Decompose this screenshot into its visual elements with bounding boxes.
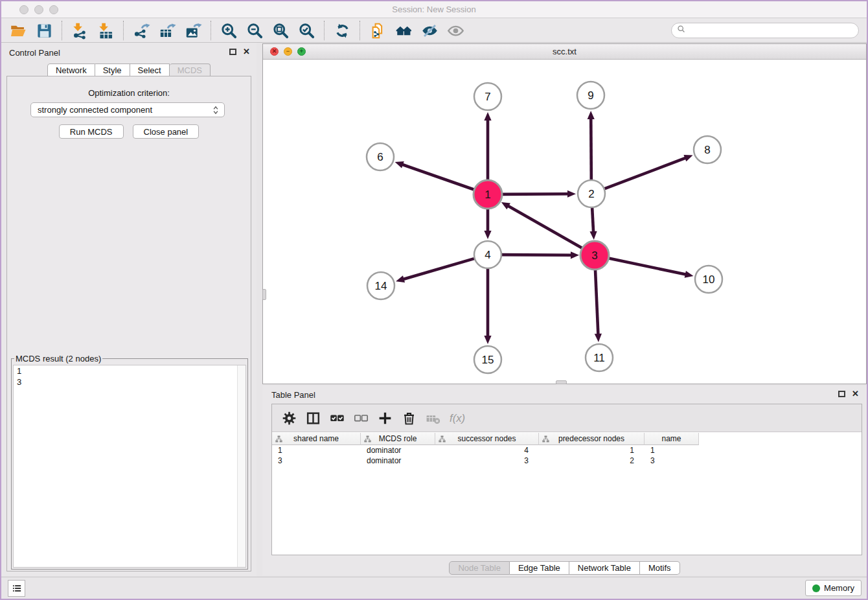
zoom-in-icon[interactable] (216, 20, 242, 41)
graph-node-label: 15 (482, 354, 494, 366)
cell-shared-name[interactable]: 3 (272, 456, 361, 466)
column-header-shared-name[interactable]: shared name (272, 433, 361, 445)
import-table-icon[interactable] (93, 20, 119, 41)
tab-style[interactable]: Style (95, 63, 130, 76)
task-history-button[interactable] (8, 580, 25, 597)
graph-edge-arrowhead (589, 231, 597, 240)
toolbar-separator (62, 21, 62, 40)
close-panel-icon[interactable]: ✕ (243, 49, 250, 55)
column-header-successor-nodes[interactable]: successor nodes (435, 433, 539, 445)
table-panel-title: Table Panel (271, 390, 315, 400)
cell-predecessor-nodes[interactable]: 1 (539, 445, 645, 456)
cell-name[interactable]: 3 (645, 456, 699, 466)
tab-network[interactable]: Network (47, 63, 95, 76)
zoom-fit-icon[interactable] (268, 20, 293, 41)
graph-edge-arrowhead (595, 334, 602, 342)
unselect-all-checkboxes-icon[interactable] (349, 407, 373, 429)
graph-node-label: 11 (593, 352, 605, 364)
svg-text:f(x): f(x) (450, 412, 465, 424)
graph-node-label: 8 (704, 144, 710, 156)
application-window: Session: New Session Control Panel ✕ Net… (0, 0, 868, 600)
tab-network-table[interactable]: Network Table (569, 561, 640, 575)
column-header-mcds-role[interactable]: MCDS role (361, 433, 435, 445)
table-row[interactable]: 1dominator411 (272, 445, 699, 456)
tab-edge-table[interactable]: Edge Table (510, 561, 569, 575)
table-float-panel-icon[interactable] (838, 391, 845, 397)
tab-motifs[interactable]: Motifs (640, 561, 680, 575)
cell-mcds-role[interactable]: dominator (361, 456, 435, 466)
hide-eye-icon[interactable] (417, 20, 442, 41)
table-row[interactable]: 3dominator323 (272, 456, 699, 466)
graph-edge-arrowhead (396, 275, 405, 283)
export-network-icon[interactable] (128, 20, 154, 41)
add-column-icon[interactable] (373, 407, 397, 429)
split-columns-icon[interactable] (301, 407, 325, 429)
graph-edge-3-11[interactable] (595, 270, 598, 335)
column-header-label: successor nodes (457, 434, 516, 443)
select-all-checkboxes-icon[interactable] (325, 407, 349, 429)
search-box[interactable] (671, 23, 859, 38)
open-session-icon[interactable] (5, 20, 31, 41)
float-panel-icon[interactable] (229, 49, 236, 55)
window-title: Session: New Session (1, 5, 867, 14)
main-toolbar (1, 19, 867, 43)
memory-button[interactable]: Memory (805, 580, 862, 596)
graph-edge-3-10[interactable] (609, 259, 687, 275)
cell-predecessor-nodes[interactable]: 2 (539, 456, 645, 466)
run-mcds-button[interactable]: Run MCDS (59, 124, 124, 139)
cell-shared-name[interactable]: 1 (272, 445, 361, 456)
graph-edge-arrowhead (571, 251, 579, 259)
mcds-result-area[interactable]: 13 (13, 365, 246, 568)
show-eye-icon[interactable] (442, 20, 468, 41)
control-panel-title: Control Panel (9, 48, 60, 58)
graph-edge-4-3[interactable] (502, 255, 572, 255)
cell-name[interactable]: 1 (645, 445, 699, 456)
select-arrows-icon (211, 105, 220, 117)
network-graph[interactable]: 7968124314101511 (263, 60, 866, 384)
clone-network-icon[interactable] (365, 20, 391, 41)
delete-column-icon[interactable] (397, 407, 421, 429)
import-network-icon[interactable] (67, 20, 93, 41)
table-close-panel-icon[interactable]: ✕ (852, 391, 859, 397)
graph-edge-2-8[interactable] (605, 157, 687, 189)
graph-node-label: 10 (703, 273, 715, 286)
search-input[interactable] (686, 24, 858, 37)
column-header-name[interactable]: name (645, 433, 699, 445)
graph-edge-2-3[interactable] (592, 208, 593, 233)
network-window-titlebar: ✕ − + scc.txt (263, 44, 866, 60)
tab-select[interactable]: Select (130, 63, 170, 76)
close-panel-button[interactable]: Close panel (133, 124, 200, 139)
mcds-tab-content: Optimization criterion: strongly connect… (6, 76, 251, 571)
column-header-label: MCDS role (379, 434, 417, 443)
graph-node-label: 3 (591, 249, 597, 262)
cell-mcds-role[interactable]: dominator (361, 445, 435, 456)
toolbar-separator (324, 21, 325, 40)
zoom-out-icon[interactable] (242, 20, 268, 41)
export-image-icon[interactable] (180, 20, 206, 41)
column-header-predecessor-nodes[interactable]: predecessor nodes (539, 433, 645, 445)
refresh-icon[interactable] (329, 20, 355, 41)
cell-successor-nodes[interactable]: 3 (435, 456, 539, 466)
optimization-criterion-select[interactable]: strongly connected component (30, 102, 225, 117)
tab-mcds[interactable]: MCDS (170, 63, 211, 76)
result-scrollbar[interactable] (237, 365, 246, 567)
graph-edge-1-6[interactable] (402, 165, 474, 190)
save-session-icon[interactable] (31, 20, 57, 41)
zoom-selected-icon[interactable] (293, 20, 319, 41)
pane-divider-grip-horizontal[interactable] (556, 380, 567, 384)
toolbar-separator (211, 21, 211, 40)
graph-edge-4-14[interactable] (403, 259, 474, 279)
export-table-icon[interactable] (154, 20, 180, 41)
settings-gear-icon[interactable] (277, 407, 301, 429)
network-canvas[interactable]: 7968124314101511 (263, 60, 866, 384)
tab-node-table[interactable]: Node Table (449, 561, 510, 575)
toolbar-separator (123, 21, 124, 40)
graph-edge-2-9[interactable] (591, 118, 591, 179)
graph-edge-1-2[interactable] (502, 194, 569, 194)
graph-edge-arrowhead (395, 161, 404, 168)
graph-edge-3-1[interactable] (507, 205, 582, 248)
pane-divider-grip-vertical[interactable] (262, 289, 266, 300)
table-panel: Table Panel ✕ f(x) shared nameMCDS roles… (262, 386, 867, 575)
home-icon[interactable] (391, 20, 417, 41)
cell-successor-nodes[interactable]: 4 (435, 445, 539, 456)
